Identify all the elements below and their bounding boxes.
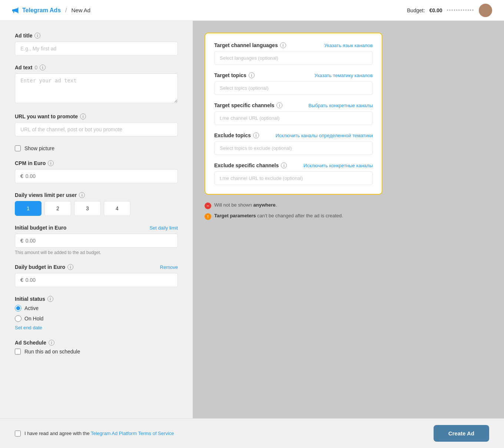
status-active-radio[interactable] [15,305,21,312]
ad-title-input[interactable] [15,42,178,56]
schedule-checkbox-row: Run this ad on schedule [15,349,178,355]
ad-text-label: Ad text 0 i [15,65,178,70]
set-daily-limit-link[interactable]: Set daily limit [149,225,178,231]
exclude-topics-title: Exclude topics i [214,132,259,138]
views-btn-2[interactable]: 2 [44,201,71,216]
notice-text-1: Will not be shown anywhere. [214,202,277,208]
ad-schedule-info-icon[interactable]: i [49,340,54,346]
show-picture-checkbox[interactable] [15,145,21,151]
ad-schedule-label: Ad Schedule i [15,340,178,346]
terms-row: I have read and agree with the Telegram … [15,431,174,437]
initial-budget-label: Initial budget in Euro [15,225,66,231]
status-onhold-radio[interactable] [15,315,21,322]
exclude-topics-link[interactable]: Исключить каналы определенной тематики [276,133,373,138]
status-onhold-row[interactable]: On Hold [15,315,178,322]
exclude-topics-input[interactable] [214,141,373,155]
cpm-label: CPM in Euro i [15,160,178,166]
target-topics-link[interactable]: Указать тематику каналов [314,73,373,78]
target-topics-info-icon[interactable]: i [249,72,255,78]
views-btn-1[interactable]: 1 [15,201,42,216]
target-languages-input[interactable] [214,51,373,65]
initial-budget-input-wrapper: € [15,234,178,248]
exclude-topics-header: Exclude topics i Исключить каналы опреде… [214,132,373,138]
exclude-channels-header: Exclude specific channels i Исключить ко… [214,162,373,168]
daily-budget-input[interactable] [26,273,172,287]
target-languages-link[interactable]: Указать язык каналов [324,43,373,48]
brand-logo[interactable]: Telegram Ads [12,6,61,14]
target-languages-header: Target channel languages i Указать язык … [214,42,373,48]
terms-checkbox[interactable] [15,431,21,437]
ad-title-label: Ad title i [15,33,178,39]
status-radio-group: Active On Hold [15,305,178,322]
cpm-input[interactable] [26,169,172,183]
exclude-channels-input[interactable] [214,171,373,185]
topnav: Telegram Ads / New Ad Budget: €0.00 ••••… [0,0,504,21]
target-languages-section: Target channel languages i Указать язык … [214,42,373,65]
ad-text-group: Ad text 0 i [15,65,178,105]
views-limit-label: Daily views limit per user i [15,192,178,198]
exclude-channels-info-icon[interactable]: i [281,162,287,168]
daily-budget-header: Daily budget in Euro i Remove [15,264,178,270]
exclude-channels-section: Exclude specific channels i Исключить ко… [214,162,373,185]
show-picture-label[interactable]: Show picture [24,145,54,151]
remove-daily-budget-link[interactable]: Remove [160,264,178,270]
views-limit-info-icon[interactable]: i [79,192,85,198]
ad-title-info-icon[interactable]: i [34,33,40,39]
cpm-prefix: € [20,173,23,179]
initial-budget-input[interactable] [26,234,172,247]
target-channels-info-icon[interactable]: i [276,102,282,108]
topnav-right: Budget: €0.00 •••••••••••• [407,4,492,17]
daily-budget-group: Daily budget in Euro i Remove € [15,264,178,287]
status-active-row[interactable]: Active [15,305,178,312]
url-label: URL you want to promote i [15,113,178,119]
exclude-topics-info-icon[interactable]: i [253,132,259,138]
budget-amount: €0.00 [430,7,442,13]
set-end-date-link[interactable]: Set end date [15,325,42,330]
target-channels-link[interactable]: Выбрать конкретные каналы [308,103,373,108]
avatar[interactable] [479,4,492,17]
terms-link[interactable]: Telegram Ad Platform Terms of Service [91,431,174,436]
views-buttons-group: 1 2 3 4 [15,201,178,216]
breadcrumb: Telegram Ads / New Ad [12,6,90,14]
target-channels-title: Target specific channels i [214,102,282,108]
exclude-channels-title: Exclude specific channels i [214,162,287,168]
url-input[interactable] [15,122,178,136]
target-topics-title: Target topics i [214,72,255,78]
target-topics-header: Target topics i Указать тематику каналов [214,72,373,78]
cpm-group: CPM in Euro i € [15,160,178,183]
status-active-label: Active [24,305,39,311]
ad-text-info-icon[interactable]: i [40,65,46,70]
target-channels-input[interactable] [214,111,373,125]
create-ad-button[interactable]: Create Ad [434,425,489,442]
exclude-channels-link[interactable]: Исключить конкретные каналы [304,163,373,168]
notice-row-2: ! Target parameters can't be changed aft… [205,213,492,220]
target-languages-info-icon[interactable]: i [280,42,286,48]
run-on-schedule-label[interactable]: Run this ad on schedule [24,349,80,355]
url-group: URL you want to promote i [15,113,178,136]
target-topics-input[interactable] [214,81,373,95]
ad-text-input[interactable] [15,73,178,103]
cpm-info-icon[interactable]: i [48,160,54,166]
form-column: Ad title i Ad text 0 i URL you want to p… [0,21,193,448]
cpm-input-wrapper: € [15,169,178,183]
target-channels-header: Target specific channels i Выбрать конкр… [214,102,373,108]
exclude-topics-section: Exclude topics i Исключить каналы опреде… [214,132,373,155]
target-topics-section: Target topics i Указать тематику каналов [214,72,373,95]
terms-label[interactable]: I have read and agree with the Telegram … [24,431,174,436]
views-btn-3[interactable]: 3 [74,201,101,216]
notice-text-2: Target parameters can't be changed after… [214,213,343,218]
budget-label: Budget: [407,7,425,13]
megaphone-icon [12,6,20,14]
budget-hint: This amount will be added to the ad budg… [15,250,178,255]
views-btn-4[interactable]: 4 [104,201,130,216]
show-picture-group: Show picture [15,145,178,151]
target-panel: Target channel languages i Указать язык … [205,33,382,195]
daily-budget-info-icon[interactable]: i [67,264,73,270]
run-on-schedule-checkbox[interactable] [15,349,21,355]
budget-extra: •••••••••••• [447,8,474,13]
initial-status-info-icon[interactable]: i [47,296,53,302]
url-info-icon[interactable]: i [80,113,86,119]
target-channels-section: Target specific channels i Выбрать конкр… [214,102,373,125]
ad-schedule-group: Ad Schedule i Run this ad on schedule [15,340,178,355]
notices-area: − Will not be shown anywhere. ! Target p… [205,202,492,220]
